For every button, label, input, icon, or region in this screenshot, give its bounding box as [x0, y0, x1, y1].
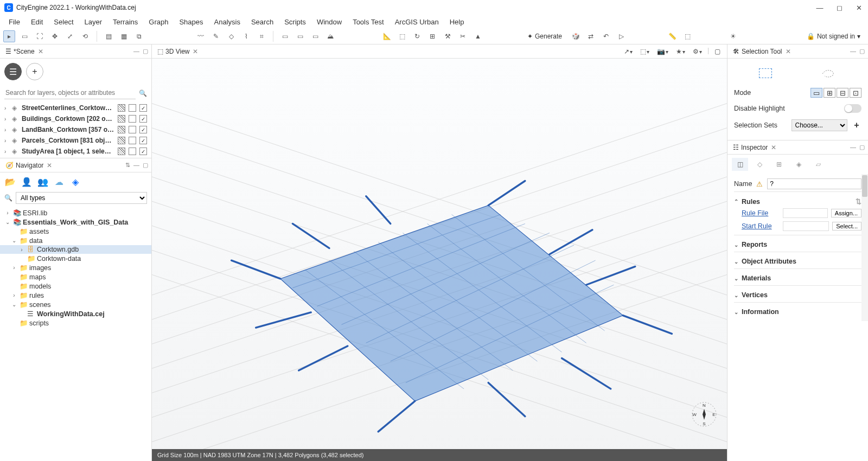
inspector-segment-tab[interactable]: ⊞	[771, 158, 787, 171]
tool-c-button[interactable]: ▲	[472, 30, 484, 42]
layer-visible-checkbox[interactable]	[139, 104, 147, 112]
layer-visibility-button[interactable]: ☰	[4, 63, 22, 80]
rule-file-link[interactable]: Rule File	[742, 209, 780, 217]
disable-highlight-toggle[interactable]	[844, 104, 861, 113]
move-tool-button[interactable]: ✥	[49, 30, 61, 42]
sun-button[interactable]: ☀	[727, 30, 739, 42]
layer-lock-checkbox[interactable]	[129, 126, 136, 133]
search-icon[interactable]: 🔍	[4, 194, 12, 202]
layer-row[interactable]: › ◈ LandBank_Corktown [357 object	[0, 124, 151, 135]
layer-visible-checkbox[interactable]	[139, 126, 147, 133]
menu-select[interactable]: Select	[48, 16, 79, 28]
tool-b-button[interactable]: ✂	[457, 30, 469, 42]
portal-button[interactable]: ◈	[69, 176, 81, 188]
attributes-button[interactable]: ▦	[118, 30, 130, 42]
open-folder-button[interactable]: 📂	[4, 176, 16, 188]
inspector-shape-tab[interactable]: ◫	[732, 158, 748, 171]
minimize-panel-button[interactable]: —	[133, 162, 139, 169]
inspector-section-header[interactable]: ⌄ Information	[734, 307, 861, 317]
close-icon[interactable]: ✕	[193, 48, 198, 55]
maximize-viewport-button[interactable]: ▢	[712, 47, 723, 56]
inspector-tab[interactable]: ☷ Inspector ✕	[731, 143, 778, 152]
tree-node[interactable]: ⌄ 📚 Essentials_Work_with_GIS_Data	[0, 217, 151, 227]
compass-icon[interactable]: N S W E	[691, 401, 717, 427]
3d-viewport[interactable]: N S W E	[152, 59, 727, 449]
tree-node[interactable]: ☰ WorkingWithData.cej	[0, 309, 151, 318]
link-icon[interactable]: ⇅	[856, 197, 861, 206]
inspector-node-tab[interactable]: ◈	[790, 158, 807, 171]
group-button[interactable]: 👥	[37, 176, 49, 188]
inspector-scrollbar[interactable]	[861, 174, 868, 321]
navigator-tab[interactable]: 🧭 Navigator ✕	[3, 161, 54, 170]
viewport-tab[interactable]: ⬚ 3D View ✕	[155, 47, 200, 56]
undo-gen-button[interactable]: ↶	[600, 30, 612, 42]
tree-node[interactable]: 📁 Corktown-data	[0, 254, 151, 263]
mode-subtract-button[interactable]: ⊟	[837, 88, 848, 98]
tree-node[interactable]: › 📚 ESRI.lib	[0, 208, 151, 217]
lasso-select-icon[interactable]	[821, 68, 837, 78]
layer-lock-checkbox[interactable]	[129, 115, 136, 123]
layer-color-swatch[interactable]	[118, 115, 125, 123]
menu-layer[interactable]: Layer	[79, 16, 108, 28]
tree-node[interactable]: › 🗄 Corktown.gdb	[0, 245, 151, 254]
shuffle-button[interactable]: ⇄	[585, 30, 597, 42]
street-tool-button[interactable]: 〰	[195, 30, 207, 42]
tree-node[interactable]: › 📁 images	[0, 263, 151, 272]
layer-lock-checkbox[interactable]	[129, 137, 136, 144]
layer-color-swatch[interactable]	[118, 126, 125, 133]
rotate2-button[interactable]: ↻	[411, 30, 423, 42]
select-button[interactable]: Select...	[832, 222, 861, 230]
settings-dropdown[interactable]: ⚙▾	[691, 47, 704, 56]
maximize-panel-button[interactable]: ▢	[143, 162, 148, 169]
inspector-block-tab[interactable]: ◇	[751, 158, 768, 171]
minimize-panel-button[interactable]: —	[850, 144, 856, 151]
ruler-button[interactable]: 📏	[666, 30, 678, 42]
mode-replace-button[interactable]: ▭	[810, 88, 822, 98]
selection-sets-select[interactable]: Choose...	[792, 119, 848, 131]
seed-button[interactable]: 🎲	[570, 30, 582, 42]
layer-color-swatch[interactable]	[118, 148, 125, 155]
type-filter-select[interactable]: All types	[16, 192, 147, 204]
layer-row[interactable]: › ◈ Parcels_Corktown [831 objects, 8	[0, 135, 151, 146]
bookmark-dropdown[interactable]: ★▾	[674, 47, 687, 56]
select-tool-button[interactable]: ▸	[3, 30, 15, 42]
menu-edit[interactable]: Edit	[25, 16, 48, 28]
inspector-section-header[interactable]: ⌄ Vertices	[734, 290, 861, 300]
menu-graph[interactable]: Graph	[143, 16, 174, 28]
align-button[interactable]: ▭	[279, 30, 291, 42]
layer-color-swatch[interactable]	[118, 104, 125, 112]
minimize-panel-button[interactable]: —	[133, 48, 139, 55]
maximize-panel-button[interactable]: ▢	[143, 48, 148, 55]
inspector-layer-tab[interactable]: ▱	[810, 158, 826, 171]
layer-color-swatch[interactable]	[118, 137, 125, 144]
tree-node[interactable]: 📁 assets	[0, 227, 151, 236]
menu-search[interactable]: Search	[246, 16, 279, 28]
minimize-panel-button[interactable]: —	[850, 48, 856, 55]
layer-visible-checkbox[interactable]	[139, 115, 147, 123]
play-button[interactable]: ▷	[615, 30, 627, 42]
tree-node[interactable]: › 📁 rules	[0, 291, 151, 300]
view-dropdown[interactable]: ⬚▾	[638, 47, 652, 56]
generate-button[interactable]: ✦ Generate	[523, 33, 566, 40]
snap-button[interactable]: ⊞	[426, 30, 438, 42]
cloud-button[interactable]: ☁	[53, 176, 65, 188]
menu-help[interactable]: Help	[444, 16, 470, 28]
tool-a-button[interactable]: ⚒	[442, 30, 454, 42]
tree-node[interactable]: ⌄ 📁 data	[0, 236, 151, 245]
inspector-section-header[interactable]: ⌄ Reports	[734, 240, 861, 249]
align3-button[interactable]: ▭	[309, 30, 321, 42]
menu-tools-test[interactable]: Tools Test	[347, 16, 390, 28]
close-icon[interactable]: ✕	[38, 48, 43, 55]
close-button[interactable]: ✕	[854, 4, 864, 12]
add-selection-set-button[interactable]: +	[852, 120, 861, 130]
scale-tool-button[interactable]: ⤢	[64, 30, 76, 42]
terrain-button[interactable]: ⛰	[324, 30, 336, 42]
freehand-tool-button[interactable]: ✎	[210, 30, 222, 42]
layer-row[interactable]: › ◈ Buildings_Corktown [202 object	[0, 113, 151, 124]
add-layer-button[interactable]: +	[26, 63, 43, 80]
maximize-panel-button[interactable]: ▢	[859, 48, 865, 55]
mode-intersect-button[interactable]: ⊡	[850, 88, 861, 98]
menu-terrains[interactable]: Terrains	[107, 16, 143, 28]
scene-search-input[interactable]	[4, 87, 136, 99]
tree-node[interactable]: ⌄ 📁 scenes	[0, 300, 151, 309]
